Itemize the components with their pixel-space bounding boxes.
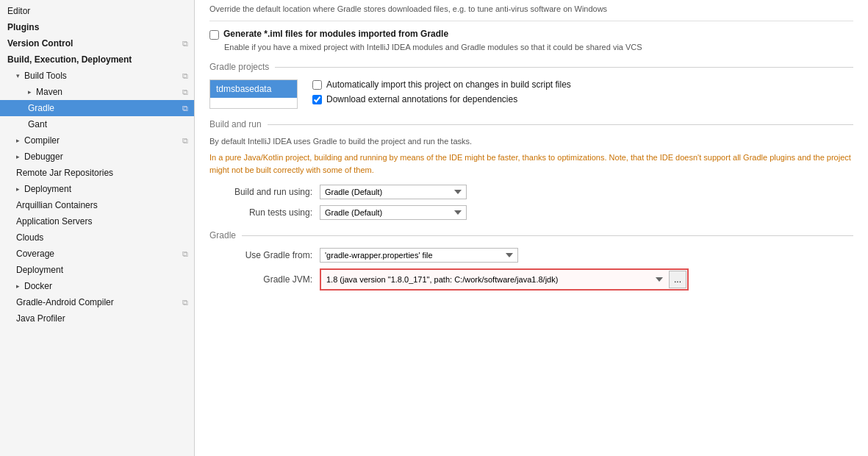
build-using-select[interactable]: Gradle (Default)IntelliJ IDEA [320, 185, 467, 199]
use-gradle-from-select[interactable]: 'gradle-wrapper.properties' fileSpecifie… [320, 248, 518, 263]
sidebar-item-gradle[interactable]: Gradle [0, 100, 194, 116]
project-list: tdmsbasedata [209, 79, 298, 109]
sidebar-item-maven[interactable]: ▸ Maven [0, 84, 194, 100]
sidebar-item-remote-jar-repositories[interactable]: Remote Jar Repositories [0, 165, 194, 181]
gradle-jvm-label: Gradle JVM: [209, 274, 312, 285]
build-using-row: Build and run using: Gradle (Default)Int… [209, 185, 853, 199]
project-settings: Automatically import this project on cha… [312, 79, 853, 109]
chevron-right-icon-deployment: ▸ [16, 185, 20, 193]
generate-iml-row: Generate *.iml files for modules importe… [209, 29, 853, 40]
run-tests-label: Run tests using: [209, 207, 312, 218]
sidebar-item-deployment[interactable]: ▸ Deployment [0, 181, 194, 197]
auto-import-row: Automatically import this project on cha… [312, 79, 853, 90]
gradle-projects-header: Gradle projects [209, 62, 853, 72]
build-run-info: By default IntelliJ IDEA uses Gradle to … [209, 137, 853, 146]
chevron-right-icon-compiler: ▸ [16, 137, 20, 144]
sidebar-item-build-execution-deployment[interactable]: Build, Execution, Deployment [0, 51, 194, 68]
use-gradle-from-label: Use Gradle from: [209, 250, 312, 260]
chevron-right-icon-debugger: ▸ [16, 153, 20, 160]
sidebar-item-deployment2[interactable]: Deployment [0, 262, 194, 278]
generate-iml-sublabel: Enable if you have a mixed project with … [224, 43, 853, 51]
copy-icon-gradle [182, 103, 188, 113]
sidebar-item-coverage[interactable]: Coverage [0, 246, 194, 262]
auto-import-checkbox[interactable] [312, 80, 322, 90]
generate-iml-label[interactable]: Generate *.iml files for modules importe… [223, 29, 448, 39]
jvm-dots-button[interactable]: ... [669, 271, 686, 288]
sidebar-item-debugger[interactable]: ▸ Debugger [0, 149, 194, 165]
auto-import-label[interactable]: Automatically import this project on cha… [326, 79, 571, 90]
sidebar-item-application-servers[interactable]: Application Servers [0, 213, 194, 229]
sidebar-item-arquillian-containers[interactable]: Arquillian Containers [0, 197, 194, 213]
sidebar-item-plugins[interactable]: Plugins [0, 19, 194, 35]
section-line-gradle [242, 235, 853, 236]
build-using-label: Build and run using: [209, 187, 312, 197]
download-annotations-checkbox[interactable] [312, 95, 322, 104]
sidebar-item-docker[interactable]: ▸ Docker [0, 278, 194, 294]
sidebar-item-gradle-android-compiler[interactable]: Gradle-Android Compiler [0, 294, 194, 310]
sidebar-item-build-tools[interactable]: ▾ Build Tools [0, 68, 194, 84]
download-annotations-label[interactable]: Download external annotations for depend… [326, 94, 517, 104]
copy-icon-maven [182, 87, 188, 97]
main-content: Override the default location where Grad… [195, 0, 868, 456]
sidebar-item-version-control[interactable]: Version Control [0, 35, 194, 51]
sidebar: Editor Plugins Version Control Build, Ex… [0, 0, 195, 456]
jvm-container: 1.8 (java version "1.8.0_171", path: C:/… [320, 268, 689, 291]
copy-icon-version-control [182, 38, 188, 49]
gradle-section-header: Gradle [209, 230, 853, 241]
build-run-warning: In a pure Java/Kotlin project, building … [209, 152, 853, 176]
sidebar-item-java-profiler[interactable]: Java Profiler [0, 310, 194, 327]
sidebar-item-clouds[interactable]: Clouds [0, 229, 194, 246]
section-line-build [268, 124, 853, 125]
sidebar-item-gant[interactable]: Gant [0, 116, 194, 132]
run-tests-row: Run tests using: Gradle (Default)Intelli… [209, 205, 853, 220]
copy-icon-coverage [182, 249, 188, 259]
chevron-right-icon-docker: ▸ [16, 282, 20, 290]
project-list-item[interactable]: tdmsbasedata [210, 80, 297, 98]
section-line [275, 67, 853, 68]
copy-icon-build-tools [182, 71, 188, 81]
use-gradle-from-row: Use Gradle from: 'gradle-wrapper.propert… [209, 248, 853, 263]
copy-icon-compiler [182, 135, 188, 146]
project-section: tdmsbasedata Automatically import this p… [209, 79, 853, 109]
chevron-right-icon-maven: ▸ [28, 88, 32, 96]
chevron-down-icon: ▾ [16, 72, 20, 79]
generate-iml-checkbox[interactable] [209, 30, 219, 40]
copy-icon-gradle-android-compiler [182, 297, 188, 307]
sidebar-item-compiler[interactable]: ▸ Compiler [0, 132, 194, 149]
run-tests-select[interactable]: Gradle (Default)IntelliJ IDEA [320, 205, 467, 220]
gradle-jvm-select[interactable]: 1.8 (java version "1.8.0_171", path: C:/… [322, 273, 667, 286]
top-note: Override the default location where Grad… [209, 0, 853, 21]
sidebar-item-editor[interactable]: Editor [0, 3, 194, 19]
download-annotations-row: Download external annotations for depend… [312, 94, 853, 104]
gradle-jvm-row: Gradle JVM: 1.8 (java version "1.8.0_171… [209, 268, 853, 291]
build-and-run-header: Build and run [209, 119, 853, 129]
